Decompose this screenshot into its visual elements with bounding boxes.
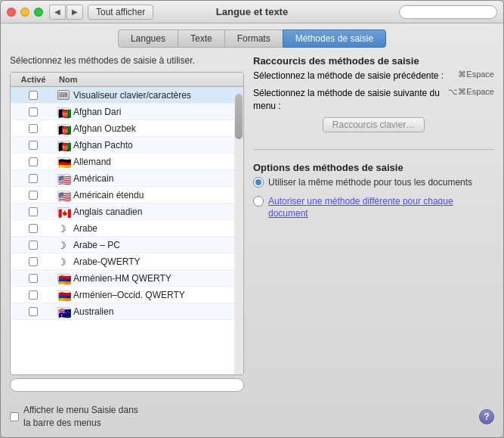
titlebar: ◀ ▶ Tout afficher Langue et texte (1, 1, 503, 23)
flag-icon: 🇦🇫 (57, 124, 70, 132)
radio2-text1: Autoriser (268, 196, 307, 207)
table-row: 🇦🇫 Afghan Pachto (11, 137, 243, 154)
table-row: ☽ Arabe (11, 220, 243, 237)
col-active-header: Activé (11, 75, 56, 84)
window: ◀ ▶ Tout afficher Langue et texte Langue… (0, 0, 504, 438)
flag-icon: 🇺🇸 (57, 174, 70, 182)
row-checkbox[interactable] (29, 124, 38, 133)
shortcuts-section: Raccourcis des méthodes de saisie Sélect… (253, 55, 494, 136)
row-checkbox[interactable] (29, 207, 38, 216)
tab-methodes[interactable]: Méthodes de saisie (283, 30, 386, 48)
cell-active (11, 191, 56, 200)
flag-icon: 🇦🇫 (57, 107, 70, 116)
table-row: 🇦🇲 Arménien–Occid. QWERTY (11, 287, 243, 303)
radio-button-2[interactable] (253, 196, 264, 207)
shortcut1-label: Sélectionnez la méthode de saisie précéd… (253, 70, 452, 82)
cell-name: ☽ Arabe (56, 223, 243, 234)
row-label: Afghan Dari (73, 107, 121, 117)
row-checkbox[interactable] (29, 141, 38, 150)
afficher-menu-checkbox[interactable] (10, 412, 19, 421)
row-label: Anglais canadien (73, 207, 142, 217)
table-row: 🇩🇪 Allemand (11, 154, 243, 170)
moon-icon: ☽ (57, 241, 70, 249)
radio-group: Utiliser la même méthode pour tous les d… (253, 176, 494, 220)
scrollbar-thumb[interactable] (235, 94, 243, 139)
row-checkbox[interactable] (29, 91, 38, 100)
cell-active (11, 174, 56, 183)
cell-active (11, 157, 56, 166)
options-title: Options des méthodes de saisie (253, 162, 494, 173)
scrollbar-track (234, 94, 243, 374)
tab-texte[interactable]: Texte (178, 30, 225, 48)
row-label: Américain étendu (73, 190, 144, 200)
keyboard-icon: ⌨ (57, 90, 70, 100)
afficher-line2: la barre des menus (23, 418, 101, 428)
row-label: Américain (73, 173, 113, 184)
row-checkbox[interactable] (29, 307, 38, 316)
bottom-search-input[interactable] (10, 378, 244, 392)
raccourcis-button[interactable]: Raccourcis clavier… (323, 117, 425, 132)
row-label: Australien (73, 306, 113, 317)
cell-active (11, 224, 56, 233)
row-label: Allemand (73, 157, 111, 167)
row-label: Arabe – PC (73, 240, 120, 250)
shortcuts-title: Raccourcis des méthodes de saisie (253, 55, 494, 67)
bottom-bar: Afficher le menu Saisie dans la barre de… (1, 399, 503, 437)
cell-active (11, 141, 56, 150)
cell-name: 🇦🇲 Arménien-HM QWERTY (56, 273, 243, 284)
tabs-bar: Langues Texte Formats Méthodes de saisie (1, 23, 503, 48)
forward-button[interactable]: ▶ (66, 5, 83, 20)
row-checkbox[interactable] (29, 290, 38, 300)
afficher-line1: Afficher le menu Saisie dans (23, 405, 138, 415)
flag-icon: 🇦🇲 (57, 290, 70, 299)
minimize-button[interactable] (20, 8, 29, 17)
radio-row-1: Utiliser la même méthode pour tous les d… (253, 176, 494, 189)
cell-name: 🇦🇫 Afghan Pachto (56, 140, 243, 151)
cell-active (11, 307, 56, 316)
col-name-header: Nom (56, 75, 243, 84)
flag-icon: 🇩🇪 (57, 157, 70, 166)
tab-formats[interactable]: Formats (224, 30, 283, 48)
table-row: 🇦🇲 Arménien-HM QWERTY (11, 270, 243, 287)
table-row: 🇦🇫 Afghan Ouzbek (11, 120, 243, 137)
row-checkbox[interactable] (29, 224, 38, 233)
row-checkbox[interactable] (29, 257, 38, 266)
row-checkbox[interactable] (29, 174, 38, 183)
maximize-button[interactable] (34, 8, 43, 17)
row-checkbox[interactable] (29, 191, 38, 200)
row-checkbox[interactable] (29, 157, 38, 166)
traffic-lights (7, 8, 43, 17)
table-row: ☽ Arabe – PC (11, 237, 243, 253)
cell-name: ☽ Arabe-QWERTY (56, 256, 243, 267)
flag-icon: 🇺🇸 (57, 191, 70, 199)
tout-afficher-button[interactable]: Tout afficher (88, 5, 153, 20)
table-body: ⌨ Visualiseur clavier/caractères 🇦🇫 Afgh… (11, 87, 243, 374)
radio2-link[interactable]: une méthode différente (307, 196, 400, 207)
row-checkbox[interactable] (29, 107, 38, 116)
shortcut2-label: Sélectionnez la méthode de saisie suivan… (253, 87, 442, 113)
table-row: ☽ Arabe-QWERTY (11, 253, 243, 270)
help-button[interactable]: ? (479, 409, 494, 424)
search-input[interactable] (399, 5, 497, 19)
cell-active (11, 91, 56, 100)
cell-name: 🇦🇺 Australien (56, 306, 243, 317)
radio-button-1[interactable] (253, 177, 264, 188)
row-label: Arménien-HM QWERTY (73, 273, 172, 284)
row-label: Arménien–Occid. QWERTY (73, 290, 185, 300)
row-checkbox[interactable] (29, 274, 38, 283)
back-button[interactable]: ◀ (49, 5, 66, 20)
row-label: Arabe-QWERTY (73, 256, 140, 267)
flag-icon: 🇦🇫 (57, 141, 70, 149)
row-checkbox[interactable] (29, 241, 38, 250)
row-label: Afghan Ouzbek (73, 123, 136, 134)
flag-icon: 🇨🇦 (57, 207, 70, 216)
cell-name: ☽ Arabe – PC (56, 240, 243, 250)
shortcut1-key: ⌘Espace (458, 70, 494, 79)
close-button[interactable] (7, 8, 16, 17)
divider (253, 149, 494, 150)
radio-label-2: Autoriser une méthode différente pour ch… (268, 195, 494, 221)
cell-active (11, 257, 56, 266)
left-panel-title: Sélectionnez les méthodes de saisie à ut… (10, 55, 244, 66)
cell-active (11, 290, 56, 300)
tab-langues[interactable]: Langues (118, 30, 178, 48)
